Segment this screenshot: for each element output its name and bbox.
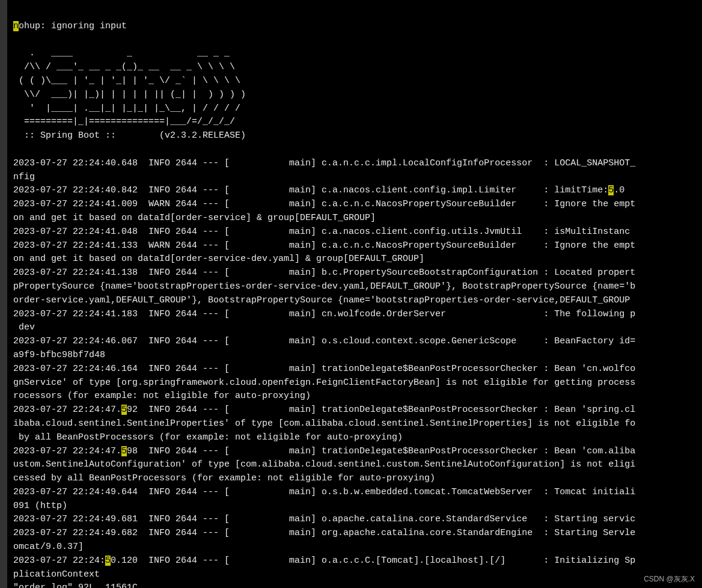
log-line: 2023-07-27 22:24: (13, 556, 105, 566)
terminal-output[interactable]: nohup: ignoring input . ____ _ __ _ _ /\… (13, 6, 702, 588)
highlight-digit: 5 (608, 185, 614, 195)
banner-line: \\/ ___)| |_)| | | | | || (_| | ) ) ) ) (13, 90, 246, 100)
banner-line: /\\ / ___'_ __ _ _(_)_ __ __ _ \ \ \ \ (13, 62, 235, 72)
log-line: omcat/9.0.37] (13, 542, 84, 552)
vim-status-line: "order.log" 92L, 11561C (13, 583, 138, 588)
log-line: 2023-07-27 22:24:40.648 INFO 2644 --- [ … (13, 158, 635, 168)
log-line: gnService' of type [org.springframework.… (13, 378, 635, 388)
log-line: 2023-07-27 22:24:47. (13, 446, 121, 456)
log-line: 2023-07-27 22:24:41.138 INFO 2644 --- [ … (13, 268, 635, 278)
log-line: on and get it based on dataId[order-serv… (13, 213, 376, 223)
log-line: 2023-07-27 22:24:41.048 INFO 2644 --- [ … (13, 227, 630, 237)
log-line: on and get it based on dataId[order-serv… (13, 254, 424, 264)
watermark: CSDN @灰灰.X (644, 574, 695, 584)
banner-line: :: Spring Boot :: (v2.3.2.RELEASE) (13, 130, 246, 141)
log-line: 2023-07-27 22:24:49.644 INFO 2644 --- [ … (13, 487, 635, 497)
log-line: .0 (614, 185, 624, 195)
log-line: 92 INFO 2644 --- [ main] trationDelegate… (127, 405, 635, 415)
log-line: 0.120 INFO 2644 --- [ main] o.a.c.c.C.[T… (111, 556, 635, 566)
banner-line: =========|_|==============|___/=/_/_/_/ (13, 117, 235, 127)
log-line: 2023-07-27 22:24:40.842 INFO 2644 --- [ … (13, 185, 608, 195)
log-line: 98 INFO 2644 --- [ main] trationDelegate… (127, 446, 635, 456)
log-line: rocessors (for example: not eligible for… (13, 391, 311, 401)
log-line: 2023-07-27 22:24:41.183 INFO 2644 --- [ … (13, 309, 635, 319)
log-line: 2023-07-27 22:24:49.681 INFO 2644 --- [ … (13, 514, 635, 524)
banner-line: ( ( )\___ | '_ | '_| | '_ \/ _` | \ \ \ … (13, 76, 240, 86)
nohup-text: ohup: ignoring input (19, 21, 127, 31)
log-line: ustom.SentinelAutoConfiguration' of type… (13, 459, 635, 470)
log-line: plicationContext (13, 569, 100, 580)
log-line: ibaba.cloud.sentinel.SentinelProperties'… (13, 418, 635, 429)
log-line: cessed by all BeanPostProcessors (for ex… (13, 473, 435, 483)
log-line: order-service.yaml,DEFAULT_GROUP'}, Boot… (13, 295, 630, 305)
log-line: 2023-07-27 22:24:41.133 WARN 2644 --- [ … (13, 240, 635, 251)
log-line: 2023-07-27 22:24:46.067 INFO 2644 --- [ … (13, 336, 635, 346)
log-line: 091 (http) (13, 501, 67, 511)
log-line: nfig (13, 172, 35, 182)
highlight-digit: 5 (121, 405, 127, 415)
cursor: n (13, 21, 19, 31)
log-line: a9f9-bfbc98bf7d48 (13, 350, 105, 360)
highlight-digit: 5 (121, 446, 127, 456)
banner-line: . ____ _ __ _ _ (13, 48, 230, 58)
log-line: dev (13, 322, 35, 332)
terminal-scrollbar[interactable] (0, 0, 7, 588)
log-line: 2023-07-27 22:24:47. (13, 405, 121, 415)
log-line: 2023-07-27 22:24:49.682 INFO 2644 --- [ … (13, 528, 635, 538)
banner-line: ' |____| .__|_| |_|_| |_\__, | / / / / (13, 103, 240, 114)
log-line: 2023-07-27 22:24:46.164 INFO 2644 --- [ … (13, 364, 635, 374)
log-line: 2023-07-27 22:24:41.009 WARN 2644 --- [ … (13, 199, 635, 209)
highlight-digit: 5 (105, 556, 111, 566)
log-line: pPropertySource {name='bootstrapProperti… (13, 281, 635, 292)
log-line: by all BeanPostProcessors (for example: … (13, 432, 403, 443)
